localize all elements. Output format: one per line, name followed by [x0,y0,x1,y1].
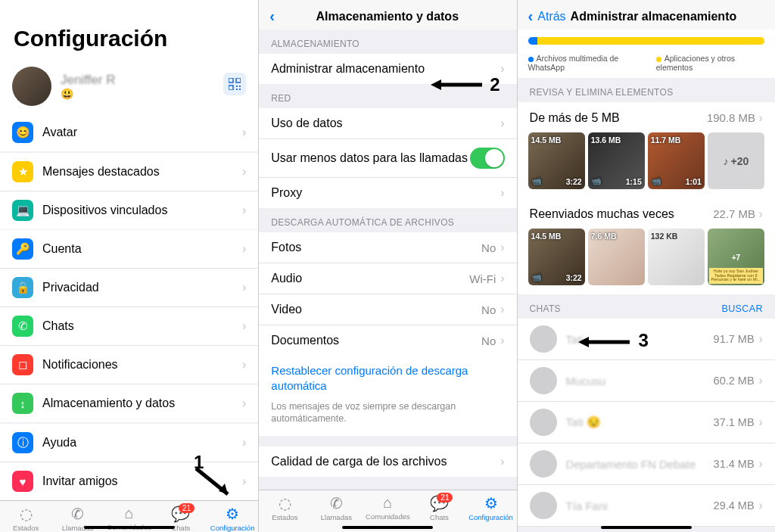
tab-estados[interactable]: ◌Estados [0,505,51,532]
chevron-right-icon: › [759,111,763,124]
qr-code-button[interactable] [223,73,246,95]
chevron-right-icon: › [500,117,504,130]
chevron-right-icon: › [242,474,246,488]
media-thumb[interactable]: 14.5 MB📹3:22 [528,229,585,285]
arrow-icon [578,333,631,351]
phone-icon: ✆ [330,494,343,512]
tab-configuracion[interactable]: ⚙Configuración [207,505,258,532]
video-icon: 📹 [591,176,602,186]
tab-bar: ◌Estados ✆Llamadas ⌂Comunidades 💬21Chats… [259,490,516,532]
back-label[interactable]: Atrás [537,10,565,23]
tab-configuracion[interactable]: ⚙Configuración [465,494,516,521]
svg-marker-10 [431,79,441,90]
chevron-right-icon: › [759,415,763,429]
chevron-right-icon: › [500,62,504,76]
annotation-1: 1 [194,452,204,472]
key-icon: 🔑 [12,238,33,260]
row-avatar[interactable]: 😊 Avatar › [0,114,258,151]
heart-icon: ♥ [12,471,33,492]
svg-rect-1 [236,78,241,82]
annotation-2: 2 [490,74,500,95]
media-thumb[interactable]: 7.6 MB [588,229,645,285]
row-photos[interactable]: Fotos No › [259,232,516,263]
row-data-usage[interactable]: Uso de datos › [259,108,516,139]
header: ‹ Atrás Administrar almacenamiento [518,0,775,30]
chevron-right-icon: › [759,374,763,387]
chevron-right-icon: › [242,358,246,372]
row-low-data-calls[interactable]: Usar menos datos para las llamadas [259,139,516,178]
status-icon: ◌ [20,505,33,523]
row-notifications[interactable]: ◻ Notificaciones › [0,346,258,384]
tab-llamadas[interactable]: ✆Llamadas [310,494,362,521]
media-thumb[interactable]: 11.7 MB📹1:01 [648,132,705,189]
media-thumb-more[interactable]: ♪+20 [708,132,764,189]
voice-hint: Los mensajes de voz siempre se descargan… [259,397,516,437]
row-documents[interactable]: Documentos No › [259,325,516,356]
header-title: Almacenamiento y datos [279,10,496,23]
tab-comunidades[interactable]: ⌂Comunidades [362,494,413,521]
chat-avatar-icon [530,367,557,394]
video-icon: 📹 [651,176,661,186]
reset-autodl-link[interactable]: Restablecer configuración de descarga au… [259,356,516,397]
chevron-right-icon: › [242,436,246,450]
gear-icon: ⚙ [226,505,239,523]
row-forwarded-many[interactable]: Reenviados muchas veces 22.7 MB › [518,198,775,229]
arrow-icon [431,76,484,94]
chat-row[interactable]: Mucusu 60.2 MB › [518,360,775,402]
back-button[interactable]: ‹ [528,8,534,25]
row-chats[interactable]: ✆ Chats › [0,307,258,346]
row-help[interactable]: ⓘ Ayuda › [0,424,258,462]
notifications-icon: ◻ [12,354,33,375]
chat-avatar-icon [530,450,557,478]
low-data-toggle[interactable] [470,148,505,169]
phone-icon: ✆ [71,505,84,523]
storage-bar [528,37,764,45]
row-storage[interactable]: ↕ Almacenamiento y datos › [0,384,258,422]
lock-icon: 🔒 [12,277,33,298]
svg-rect-2 [229,86,233,90]
storage-icon: ↕ [12,393,33,414]
back-button[interactable]: ‹ [269,8,275,25]
status-icon: ◌ [279,494,291,512]
tab-estados[interactable]: ◌Estados [259,494,310,521]
header-title: Administrar almacenamiento [571,10,737,23]
chevron-right-icon: › [500,241,504,254]
row-video[interactable]: Video No › [259,294,516,325]
home-indicator [342,526,433,529]
gear-icon: ⚙ [484,494,498,512]
row-starred[interactable]: ★ Mensajes destacados › [0,153,258,191]
row-linked-devices[interactable]: 💻 Dispositivos vinculados › [0,191,258,229]
chats-header: Chats BUSCAR [518,294,775,319]
chevron-right-icon: › [242,281,246,294]
media-thumb[interactable]: 13.6 MB📹1:15 [588,132,645,189]
people-icon: ⌂ [383,494,392,512]
chat-row[interactable]: Tía Fani 29.4 MB › [518,485,775,527]
search-link[interactable]: BUSCAR [721,303,763,314]
row-upload-quality[interactable]: Calidad de carga de los archivos › [259,446,516,477]
screen-manage-storage: ‹ Atrás Administrar almacenamiento Archi… [517,0,775,532]
row-proxy[interactable]: Proxy › [259,178,516,208]
media-thumb[interactable]: 14.5 MB📹3:22 [528,132,585,189]
chevron-right-icon: › [500,455,504,468]
profile-row[interactable]: Jeniffer R 😃 [0,59,258,114]
profile-avatar-icon [12,67,51,106]
chevron-right-icon: › [500,303,504,316]
chevron-right-icon: › [759,207,763,220]
audio-wave-icon: ♪ [723,155,728,167]
svg-rect-0 [229,78,233,82]
row-account[interactable]: 🔑 Cuenta › [0,230,258,269]
chat-row[interactable]: Tati 😒 37.1 MB › [518,402,775,443]
media-thumb[interactable]: 132 KB [648,229,705,285]
row-privacy[interactable]: 🔒 Privacidad › [0,269,258,307]
row-audio[interactable]: Audio Wi-Fi › [259,263,516,294]
forwarded-thumbs: 14.5 MB📹3:22 7.6 MB 132 KB +7 Hola yo so… [518,229,775,294]
tab-chats[interactable]: 💬21Chats [413,494,465,521]
media-thumb-more[interactable]: +7 Hola yo soy San Juditas Tadeo Regálam… [708,229,764,285]
chat-avatar-icon [530,325,557,353]
chevron-right-icon: › [759,499,763,512]
chat-row[interactable]: Departamento FN Debate 31.4 MB › [518,443,775,485]
screen-settings: Configuración Jeniffer R 😃 😊 Avatar › ★ … [0,0,258,532]
row-larger-than-5mb[interactable]: De más de 5 MB 190.8 MB › [518,102,775,132]
section-storage-header: Almacenamiento [259,30,516,54]
home-indicator [601,526,692,529]
